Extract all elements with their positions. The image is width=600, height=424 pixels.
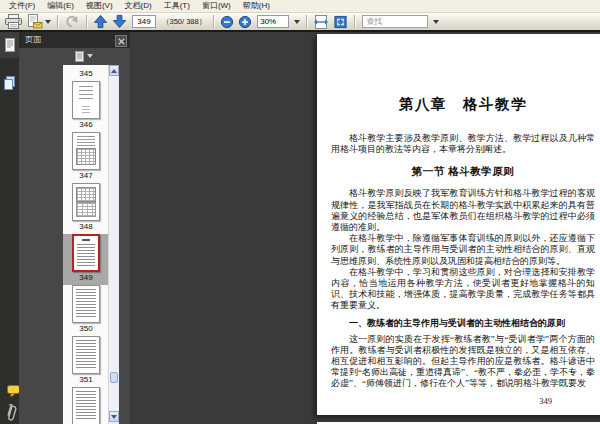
doc-paragraph: 在格斗教学中，学习和贯彻这些原则，对合理选择和安排教学内容，恰当地运用各种教学方… — [331, 267, 595, 312]
menu-item-window[interactable]: 窗口(W) — [196, 0, 237, 12]
search-input[interactable] — [362, 15, 428, 28]
pages-panel-tab[interactable] — [0, 32, 19, 58]
document-page: 第八章 格斗教学 格斗教学主要涉及教学原则、教学方法、教学过程以及几种常用格斗项… — [317, 34, 600, 415]
layers-tab-icon — [3, 76, 16, 90]
thumbnail-page-number: 346 — [63, 120, 109, 129]
chevron-down-icon — [433, 20, 439, 24]
options-icon — [75, 51, 85, 62]
zoom-out-button[interactable] — [219, 14, 235, 30]
doc-paragraph: 格斗教学主要涉及教学原则、教学方法、教学过程以及几种常用格斗项目的教法等内容，本… — [331, 133, 595, 155]
thumbnail-row-347[interactable]: 347 — [63, 132, 109, 183]
fit-width-button[interactable] — [312, 14, 330, 30]
zoom-level-input[interactable] — [257, 15, 289, 28]
pages-panel: 页面 345346347348349350351 — [19, 32, 131, 424]
content-area: 页面 345346347348349350351 — [0, 30, 600, 424]
fit-page-icon — [333, 15, 348, 29]
doc-heading: 一、教练者的主导作用与受训者的主动性相结合的原则 — [331, 318, 595, 329]
close-icon — [118, 38, 125, 45]
doc-heading: 第一节 格斗教学原则 — [331, 165, 595, 179]
pages-tab-icon — [4, 38, 16, 52]
thumbnail-page-number: 350 — [63, 324, 109, 333]
scrollbar-thumb[interactable] — [110, 372, 118, 383]
page-thumbnail[interactable] — [72, 183, 100, 221]
triangle-up-icon — [111, 69, 117, 73]
menu-bar: 文件(F)编辑(E)视图(V)文档(D)工具(T)窗口(W)帮助(H) — [0, 0, 600, 13]
thumbnail-row-346[interactable]: 346 — [63, 81, 109, 132]
zoom-in-button[interactable] — [237, 14, 253, 30]
thumbnails-list: 345346347348349350351 — [63, 65, 109, 424]
menu-item-file[interactable]: 文件(F) — [3, 0, 41, 12]
toolbar-separator — [57, 15, 58, 28]
doc-paragraph: 这一原则的实质在于发挥“教练者教”与“受训者学”两个方面的作用。教练者与受训者积… — [331, 334, 595, 390]
page-up-icon — [93, 14, 108, 29]
thumbnail-page-number: 347 — [63, 171, 109, 180]
menu-item-tools[interactable]: 工具(T) — [158, 0, 196, 12]
panel-header: 页面 — [19, 32, 130, 48]
scroll-down-button[interactable] — [109, 411, 119, 422]
page-thumbnail[interactable] — [72, 234, 100, 272]
page-thumbnail[interactable] — [72, 336, 100, 374]
zoom-in-icon — [238, 15, 252, 29]
page-thumbnail[interactable] — [72, 132, 100, 170]
previous-view-button[interactable] — [63, 14, 81, 30]
thumbnail-row-350[interactable]: 350 — [63, 285, 109, 336]
document-view: 第八章 格斗教学 格斗教学主要涉及教学原则、教学方法、教学过程以及几种常用格斗项… — [130, 32, 600, 424]
nav-tab-strip — [0, 32, 19, 424]
doc-paragraph: 格斗教学原则反映了我军教育训练方针和格斗教学过程的客观规律性，是我军指战员在长期… — [331, 188, 595, 233]
thumbnail-row-348[interactable]: 348 — [63, 183, 109, 234]
page-number-input[interactable] — [132, 15, 156, 28]
scroll-up-button[interactable] — [109, 65, 119, 76]
page-down-icon — [112, 14, 127, 29]
layers-panel-tab[interactable] — [0, 70, 19, 96]
attachments-panel-tab[interactable] — [3, 403, 17, 424]
menu-item-document[interactable]: 文档(D) — [119, 0, 158, 12]
toolbar-separator — [354, 15, 355, 28]
thumbnail-page-number: 348 — [63, 222, 109, 231]
thumbnail-row-351[interactable]: 351 — [63, 336, 109, 387]
panel-options-button[interactable] — [75, 51, 93, 62]
menu-item-edit[interactable]: 编辑(E) — [41, 0, 80, 12]
fit-width-icon — [313, 15, 329, 29]
toolbar: （350/ 388） — [0, 13, 600, 30]
pdf-viewer-window: 文件(F)编辑(E)视图(V)文档(D)工具(T)窗口(W)帮助(H) （350… — [0, 0, 600, 424]
email-icon — [26, 14, 43, 29]
panel-close-button[interactable] — [115, 35, 127, 47]
toolbar-separator — [213, 15, 214, 28]
email-button[interactable] — [25, 14, 52, 30]
printed-page-number: 349 — [331, 396, 595, 406]
toolbar-separator — [306, 15, 307, 28]
previous-page-button[interactable] — [92, 14, 109, 30]
thumbnail-page-number: 345 — [63, 69, 109, 78]
print-icon — [5, 14, 22, 29]
chapter-title: 第八章 格斗教学 — [331, 95, 595, 114]
toolbar-separator — [86, 15, 87, 28]
thumbnails-scrollbar[interactable] — [108, 65, 119, 424]
paperclip-icon — [3, 403, 17, 424]
menu-item-help[interactable]: 帮助(H) — [237, 0, 276, 12]
panel-toolbar — [19, 48, 130, 64]
thumbnail-page-number: 349 — [63, 273, 109, 282]
chevron-down-icon — [294, 20, 300, 24]
panel-title: 页面 — [25, 35, 41, 44]
thumbnail-row-345[interactable]: 345 — [63, 69, 109, 81]
thumbnails-strip: 345346347348349350351 — [63, 65, 119, 424]
print-button[interactable] — [4, 14, 23, 30]
thumbnail-page-number: 351 — [63, 375, 109, 384]
menu-item-view[interactable]: 视图(V) — [80, 0, 119, 12]
zoom-out-icon — [220, 15, 234, 29]
doc-paragraph: 在格斗教学中，除遵循军事体育训练的原则以外，还应遵循下列原则，教练者的主导作用与… — [331, 233, 595, 267]
page-thumbnail[interactable] — [72, 285, 100, 323]
fit-page-button[interactable] — [332, 14, 349, 30]
previous-view-icon — [64, 14, 80, 29]
thumbnail-row[interactable] — [63, 387, 109, 424]
search-dropdown-button[interactable] — [430, 14, 440, 30]
thumbnail-row-349[interactable]: 349 — [63, 234, 109, 285]
page-thumbnail[interactable] — [72, 81, 100, 119]
email-dropdown-caret[interactable] — [45, 20, 51, 24]
page-thumbnail[interactable] — [72, 387, 100, 424]
page-count-label: （350/ 388） — [162, 17, 206, 27]
chevron-down-icon — [87, 54, 93, 58]
document-body: 格斗教学主要涉及教学原则、教学方法、教学过程以及几种常用格斗项目的教法等内容，本… — [331, 133, 595, 390]
zoom-dropdown-button[interactable] — [291, 14, 301, 30]
next-page-button[interactable] — [111, 14, 128, 30]
